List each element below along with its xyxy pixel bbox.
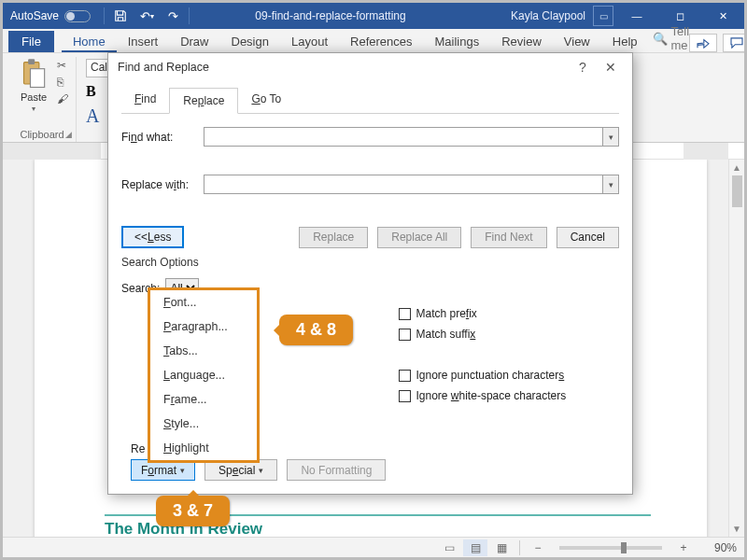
tab-design[interactable]: Design <box>220 31 280 52</box>
ignore-punctuation-checkbox[interactable]: Ignore punctuation characters <box>399 369 620 382</box>
bold-button[interactable]: B <box>86 83 96 100</box>
print-layout-icon[interactable]: ▤ <box>463 539 487 556</box>
tab-references[interactable]: References <box>339 31 423 52</box>
title-bar: AutoSave ↶▾ ↷ 09-find-and-replace-format… <box>3 3 744 29</box>
tab-help[interactable]: Help <box>601 31 649 52</box>
tab-layout[interactable]: Layout <box>280 31 339 52</box>
find-next-button[interactable]: Find Next <box>471 227 546 248</box>
search-options-label: Search Options <box>121 256 619 269</box>
menu-language[interactable]: Language... <box>150 363 257 387</box>
text-effects-icon[interactable]: A <box>86 105 99 127</box>
menu-paragraph[interactable]: Paragraph... <box>150 315 257 339</box>
dialog-titlebar: Find and Replace ? ✕ <box>108 53 632 81</box>
ribbon-display-icon[interactable]: ▭ <box>593 6 613 26</box>
quick-access-toolbar: ↶▾ ↷ <box>98 5 195 27</box>
format-painter-icon[interactable]: 🖌 <box>57 92 68 105</box>
ignore-whitespace-checkbox[interactable]: Ignore white-space characters <box>399 389 620 402</box>
paste-button[interactable]: Paste ▾ <box>14 59 53 113</box>
tell-me-label: Tell me <box>671 24 690 52</box>
chevron-down-icon: ▾ <box>32 105 35 113</box>
autosave-toggle[interactable]: AutoSave <box>3 9 98 22</box>
ribbon-tabs: File Home Insert Draw Design Layout Refe… <box>3 29 744 53</box>
replace-all-button[interactable]: Replace All <box>377 227 461 248</box>
scroll-down-icon[interactable]: ▼ <box>729 521 744 537</box>
dialog-close-button[interactable]: ✕ <box>597 54 625 80</box>
read-mode-icon[interactable]: ▭ <box>437 539 461 556</box>
help-button[interactable]: ? <box>569 54 597 80</box>
vertical-scrollbar[interactable]: ▲ ▼ <box>728 160 744 537</box>
status-bar: ▭ ▤ ▦ − + 90% <box>3 537 744 557</box>
tab-draw[interactable]: Draw <box>169 31 219 52</box>
search-icon: 🔍 <box>653 32 668 46</box>
callout-4-8: 4 & 8 <box>279 315 353 345</box>
replace-section-label: Re <box>131 442 145 455</box>
dialog-tabs: Find Replace Go To <box>121 87 619 114</box>
callout-3-7: 3 & 7 <box>156 496 230 526</box>
menu-font[interactable]: Font... <box>150 290 257 315</box>
svg-rect-2 <box>31 69 45 88</box>
copy-icon[interactable]: ⎘ <box>57 76 68 89</box>
match-prefix-checkbox[interactable]: Match prefix <box>399 307 620 320</box>
tab-home[interactable]: Home <box>62 31 117 52</box>
zoom-in-button[interactable]: + <box>671 539 696 556</box>
tab-replace[interactable]: Replace <box>169 88 238 114</box>
menu-highlight[interactable]: Highlight <box>150 436 257 460</box>
menu-style[interactable]: Style... <box>150 412 257 436</box>
replace-with-input[interactable] <box>204 175 602 194</box>
tab-mailings[interactable]: Mailings <box>424 31 491 52</box>
menu-tabs[interactable]: Tabs... <box>150 339 257 363</box>
comments-button[interactable] <box>723 34 747 52</box>
tab-file[interactable]: File <box>8 31 54 52</box>
format-menu: Font... Paragraph... Tabs... Language...… <box>148 287 260 463</box>
tab-view[interactable]: View <box>553 31 601 52</box>
zoom-level[interactable]: 90% <box>698 541 737 554</box>
no-formatting-button[interactable]: No Formatting <box>287 459 386 481</box>
less-button[interactable]: << Less <box>121 226 184 248</box>
svg-rect-1 <box>28 59 35 64</box>
tab-insert[interactable]: Insert <box>117 31 170 52</box>
dialog-launcher-icon[interactable]: ◢ <box>63 129 74 140</box>
match-suffix-checkbox[interactable]: Match suffix <box>399 328 620 341</box>
zoom-slider[interactable] <box>559 546 662 550</box>
scrollbar-thumb[interactable] <box>732 175 742 207</box>
find-what-input[interactable] <box>204 127 602 147</box>
replace-button[interactable]: Replace <box>299 227 368 248</box>
find-what-label: Find what: <box>121 131 204 144</box>
tab-goto[interactable]: Go To <box>238 87 294 113</box>
replace-dropdown-icon[interactable]: ▾ <box>602 175 619 194</box>
undo-icon[interactable]: ↶▾ <box>134 5 159 27</box>
toggle-off-icon[interactable] <box>64 10 91 22</box>
zoom-out-button[interactable]: − <box>526 539 550 556</box>
web-layout-icon[interactable]: ▦ <box>489 539 514 556</box>
tab-find[interactable]: Find <box>121 87 169 113</box>
close-button[interactable]: ✕ <box>701 3 744 29</box>
find-dropdown-icon[interactable]: ▾ <box>602 127 619 147</box>
document-title: 09-find-and-replace-formatting <box>195 9 503 22</box>
redo-icon[interactable]: ↷ <box>161 5 185 27</box>
dialog-title: Find and Replace <box>118 61 209 74</box>
user-name: Kayla Claypool <box>503 9 593 22</box>
autosave-label: AutoSave <box>10 9 59 22</box>
paste-label: Paste <box>21 91 47 103</box>
tell-me-search[interactable]: 🔍 Tell me <box>653 24 690 52</box>
cut-icon[interactable]: ✂ <box>57 59 68 72</box>
save-icon[interactable] <box>108 5 133 27</box>
clipboard-group: Paste ▾ ✂ ⎘ 🖌 Clipboard ◢ <box>8 57 77 142</box>
tab-review[interactable]: Review <box>490 31 553 52</box>
cancel-button[interactable]: Cancel <box>557 227 619 248</box>
menu-frame[interactable]: Frame... <box>150 387 257 412</box>
replace-with-label: Replace with: <box>121 178 204 191</box>
share-button[interactable] <box>689 34 717 52</box>
scroll-up-icon[interactable]: ▲ <box>729 160 744 175</box>
